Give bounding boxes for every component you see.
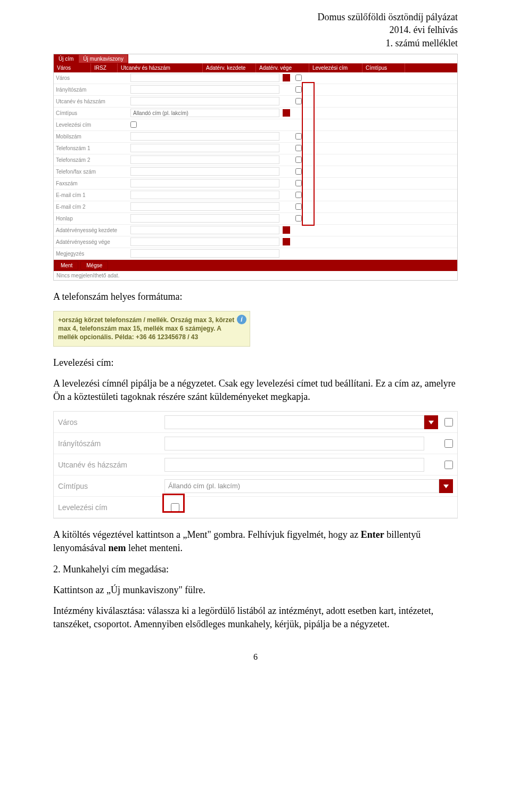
col-adatvege: Adatérv. vége [256,63,309,72]
label-adatkezdet: Adatérvényesség kezdete [56,227,130,233]
dropdown-icon[interactable] [283,109,290,117]
label-varos: Város [56,75,130,81]
input-email2[interactable] [130,202,279,211]
label-cimtipus: Címtípus [56,110,130,116]
input-mobil[interactable] [130,132,279,141]
tab-uj-cim[interactable]: Új cím [54,54,78,63]
address-form-screenshot: Új cím Új munkaviszony Város IRSZ Utcané… [53,54,458,281]
s2-chk-levelezesi[interactable] [171,503,179,512]
chk-telfax[interactable] [295,168,302,175]
phone-format-heading: A telefonszám helyes formátuma: [53,290,458,304]
label-utcanev: Utcanév és házszám [56,99,130,104]
input-varos[interactable] [130,73,279,82]
workplace-line-2: Intézmény kiválasztása: válassza ki a le… [53,604,458,631]
input-email1[interactable] [130,191,279,199]
label-tel1: Telefonszám 1 [56,145,130,151]
input-telfax[interactable] [130,167,279,176]
col-levelezesi: Levelezési cím [309,63,362,72]
header-line-1: Domus szülőföldi ösztöndíj pályázat [53,11,458,23]
address-form-large-screenshot: Város Irányítószám Utcanév és házszám Cí… [53,411,458,519]
chk-tel2[interactable] [295,157,302,163]
input-honlap[interactable] [130,214,279,223]
input-adatkezdet[interactable] [130,226,279,234]
mailing-address-paragraph: A levelezési címnél pipálja be a négyzet… [53,377,458,404]
label-megjegyzes: Megjegyzés [56,251,130,257]
chk-email2[interactable] [295,203,302,210]
chk-levelezesi[interactable] [130,121,137,128]
input-megjegyzes[interactable] [130,249,279,258]
input-tel2[interactable] [130,155,279,164]
header-line-2: 2014. évi felhívás [53,23,458,36]
chk-utcanev[interactable] [295,98,302,104]
input-fax[interactable] [130,179,279,187]
mailing-address-heading: Levelezési cím: [53,356,458,370]
label-telfax: Telefon/fax szám [56,169,130,175]
date-picker-icon[interactable] [283,238,290,245]
txt-ment-bold-nem: nem [108,543,126,553]
chk-fax[interactable] [295,180,302,186]
label-mobil: Mobilszám [56,134,130,140]
label-tel2: Telefonszám 2 [56,157,130,163]
s2-label-varos: Város [58,418,164,426]
col-adatkezdet: Adatérv. kezdete [203,63,256,72]
chk-mobil[interactable] [295,133,302,140]
s2-input-utcanev[interactable] [164,458,424,472]
label-email1: E-mail cím 1 [56,192,130,198]
document-header: Domus szülőföldi ösztöndíj pályázat 2014… [53,11,458,50]
txt-ment-bold-enter: Enter [361,529,384,540]
s2-label-levelezesi: Levelezési cím [58,503,164,512]
chk-tel1[interactable] [295,145,302,151]
s2-chk-utcanev[interactable] [444,461,453,469]
chk-honlap[interactable] [295,215,302,222]
date-picker-icon[interactable] [283,226,290,234]
col-varos: Város [54,63,91,72]
input-adatvege[interactable] [130,237,279,246]
tooltip-text: +ország körzet telefonszám / mellék. Ors… [58,316,234,341]
s2-input-cimtipus[interactable] [164,479,439,493]
dropdown-icon[interactable] [424,415,438,429]
chk-varos[interactable] [295,75,302,81]
s2-input-iranyitoszam[interactable] [164,437,424,450]
chk-iranyitoszam[interactable] [295,86,302,93]
page-number: 6 [53,652,458,662]
input-tel1[interactable] [130,144,279,152]
col-utcanev: Utcanév és házszám [118,63,203,72]
tab-uj-munkaviszony[interactable]: Új munkaviszony [78,54,128,63]
save-instruction-paragraph: A kitöltés végeztével kattintson a „Ment… [53,528,458,555]
info-icon: i [237,315,246,324]
input-utcanev[interactable] [130,97,279,105]
s2-chk-iranyitoszam[interactable] [444,439,453,448]
s2-label-utcanev: Utcanév és házszám [58,461,164,469]
txt-ment-1: A kitöltés végeztével kattintson a „Ment… [53,529,361,540]
label-levelezesi: Levelezési cím [56,122,130,128]
s2-input-varos[interactable] [164,415,424,429]
dropdown-icon[interactable] [283,74,290,81]
input-iranyitoszam[interactable] [130,85,279,94]
phone-format-tooltip: i +ország körzet telefonszám / mellék. O… [53,311,250,347]
no-data-label: Nincs megjeleníthető adat. [54,271,457,280]
input-cimtipus[interactable] [130,109,279,117]
label-fax: Faxszám [56,181,130,186]
label-iranyitoszam: Irányítószám [56,87,130,93]
col-cimtipus: Címtípus [362,63,405,72]
txt-ment-3: lehet menteni. [126,543,182,553]
chk-email1[interactable] [295,192,302,198]
s2-label-iranyitoszam: Irányítószám [58,439,164,448]
workplace-heading: 2. Munkahelyi cím megadása: [53,563,458,576]
save-button[interactable]: Ment [55,261,78,270]
header-line-3: 1. számú melléklet [53,37,458,50]
label-email2: E-mail cím 2 [56,204,130,210]
label-honlap: Honlap [56,216,130,222]
s2-label-cimtipus: Címtípus [58,482,164,490]
s2-chk-varos[interactable] [444,418,453,426]
col-irsz: IRSZ [91,63,118,72]
column-headers: Város IRSZ Utcanév és házszám Adatérv. k… [54,63,457,72]
workplace-line-1: Kattintson az „Új munkaviszony" fülre. [53,584,458,597]
dropdown-icon[interactable] [439,479,453,493]
label-adatvege: Adatérvényesség vége [56,239,130,245]
cancel-button[interactable]: Mégse [80,261,108,270]
